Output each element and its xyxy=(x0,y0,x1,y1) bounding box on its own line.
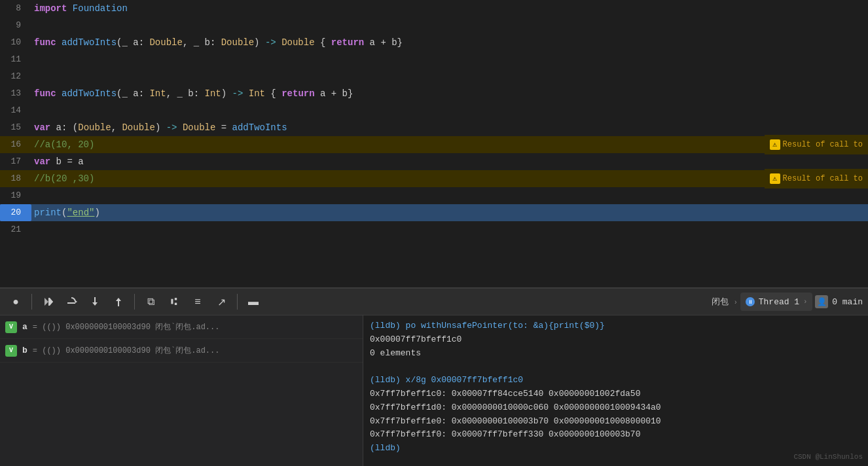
line-content: var a: (Double, Double) -> Double = addT… xyxy=(31,119,868,136)
console-line: (lldb) xyxy=(370,442,861,456)
code-line: 10func addTwoInts(_ a: Double, _ b: Doub… xyxy=(0,34,868,51)
console-command: (lldb) po withUnsafePointer(to: &a){prin… xyxy=(370,321,605,331)
thread-chevron: › xyxy=(803,298,807,306)
code-line: 17var b = a xyxy=(0,153,868,170)
queue-button[interactable]: ≡ xyxy=(187,291,208,312)
line-content: func addTwoInts(_ a: Int, _ b: Int) -> I… xyxy=(31,85,868,102)
console-command: (lldb) xyxy=(370,443,401,453)
line-number: 12 xyxy=(0,68,31,85)
console-output-text: 0x7ff7bfeff1f0: 0x00007ff7bfeff330 0x000… xyxy=(370,429,640,439)
thread-label: Thread 1 xyxy=(759,297,799,307)
variables-list: V a = (()) 0x0000000100003d90 闭包`闭包.ad..… xyxy=(0,315,363,363)
console-line: 0x7ff7bfeff1d0: 0x0000000010000c060 0x00… xyxy=(370,401,861,415)
var-badge: V xyxy=(5,321,17,333)
code-line: 12 xyxy=(0,68,868,85)
continue-button[interactable] xyxy=(37,291,58,312)
line-number: 14 xyxy=(0,102,31,119)
code-line: 20print("end") xyxy=(0,204,868,221)
console-line: 0x00007ff7bfeff1c0 xyxy=(370,333,861,347)
console-output-text: 0x7ff7bfeff1e0: 0x00000000100003b70 0x00… xyxy=(370,416,661,426)
thread-indicator[interactable]: ⏸ Thread 1 › xyxy=(740,293,812,311)
line-number: 10 xyxy=(0,34,31,51)
code-line: 21 xyxy=(0,221,868,238)
branch-button[interactable]: ⑆ xyxy=(164,291,185,312)
code-line: 8import Foundation xyxy=(0,0,868,17)
svg-marker-7 xyxy=(116,298,121,301)
svg-marker-2 xyxy=(75,300,77,303)
bottom-panel: V a = (()) 0x0000000100003d90 闭包`闭包.ad..… xyxy=(0,315,868,466)
line-number: 13 xyxy=(0,85,31,102)
line-number: 15 xyxy=(0,119,31,136)
console-output-text: 0x7ff7bfeff1c0: 0x00007ff84cce5140 0x000… xyxy=(370,389,640,399)
line-number: 18 xyxy=(0,170,31,187)
step-over-button[interactable] xyxy=(61,291,82,312)
package-label-text: 闭包 xyxy=(712,297,729,307)
console-command: (lldb) x/8g 0x00007ff7bfeff1c0 xyxy=(370,375,523,385)
console-panel[interactable]: (lldb) po withUnsafePointer(to: &a){prin… xyxy=(363,315,868,466)
code-line: 11 xyxy=(0,51,868,68)
console-line: (lldb) x/8g 0x00007ff7bfeff1c0 xyxy=(370,374,861,387)
console-line: 0 elements xyxy=(370,347,861,361)
warning-text: Result of call to xyxy=(783,136,863,153)
console-output-text: 0 elements xyxy=(370,348,421,358)
line-number: 17 xyxy=(0,153,31,170)
code-line: 14 xyxy=(0,102,868,119)
var-name: b xyxy=(22,346,27,355)
code-line: 18//b(20 ,30)⚠Result of call to xyxy=(0,170,868,187)
main-indicator[interactable]: 👤 0 main xyxy=(815,295,863,308)
simulate-button[interactable]: ↗ xyxy=(211,291,232,312)
step-into-button[interactable] xyxy=(84,291,105,312)
separator-3 xyxy=(237,294,238,310)
code-lines: 8import Foundation910func addTwoInts(_ a… xyxy=(0,0,868,238)
debug-toolbar: ● ⧉ ⑆ ≡ ↗ ▬ 闭包 › ⏸ Thread 1 › 👤 0 main xyxy=(0,288,868,315)
console-output-text: 0x00007ff7bfeff1c0 xyxy=(370,334,461,344)
line-number: 20 xyxy=(0,204,31,221)
svg-marker-1 xyxy=(50,298,53,306)
step-out-button[interactable] xyxy=(108,291,129,312)
console-line: (lldb) po withUnsafePointer(to: &a){prin… xyxy=(370,319,861,333)
var-badge: V xyxy=(5,345,17,357)
person-icon: 👤 xyxy=(815,295,828,308)
breakpoint-button[interactable]: ● xyxy=(5,291,26,312)
code-line: 19 xyxy=(0,187,868,204)
terminal-button[interactable]: ▬ xyxy=(243,291,264,312)
thread-dot-icon: ⏸ xyxy=(746,297,755,306)
console-output: (lldb) po withUnsafePointer(to: &a){prin… xyxy=(370,319,861,456)
separator-1 xyxy=(31,294,32,310)
watermark: CSDN @LinShunlos xyxy=(793,452,863,463)
console-line xyxy=(370,360,861,374)
warning-badge: ⚠Result of call to xyxy=(765,169,868,188)
line-content: //b(20 ,30) xyxy=(31,170,868,187)
warning-text: Result of call to xyxy=(783,170,863,187)
line-content: print("end") xyxy=(31,204,868,221)
line-content: func addTwoInts(_ a: Double, _ b: Double… xyxy=(31,34,868,51)
variable-item[interactable]: V a = (()) 0x0000000100003d90 闭包`闭包.ad..… xyxy=(0,315,363,339)
variables-panel: V a = (()) 0x0000000100003d90 闭包`闭包.ad..… xyxy=(0,315,363,466)
var-value: = (()) 0x0000000100003d90 闭包`闭包.ad... xyxy=(33,345,220,356)
line-number: 9 xyxy=(0,17,31,34)
line-number: 21 xyxy=(0,221,31,238)
code-line: 16//a(10, 20)⚠Result of call to xyxy=(0,136,868,153)
package-chevron: › xyxy=(734,299,738,306)
warning-icon: ⚠ xyxy=(770,139,780,150)
code-line: 15var a: (Double, Double) -> Double = ad… xyxy=(0,119,868,136)
console-line: 0x7ff7bfeff1e0: 0x00000000100003b70 0x00… xyxy=(370,415,861,429)
line-number: 11 xyxy=(0,51,31,68)
code-line: 9 xyxy=(0,17,868,34)
console-line: 0x7ff7bfeff1f0: 0x00007ff7bfeff330 0x000… xyxy=(370,428,861,442)
line-content: //a(10, 20) xyxy=(31,136,868,153)
frames-button[interactable]: ⧉ xyxy=(140,291,161,312)
line-content: var b = a xyxy=(31,153,868,170)
separator-2 xyxy=(134,294,135,310)
console-output-text: 0x7ff7bfeff1d0: 0x0000000010000c060 0x00… xyxy=(370,403,661,412)
package-label: 闭包 › xyxy=(712,296,738,308)
warning-icon: ⚠ xyxy=(770,173,780,184)
line-number: 8 xyxy=(0,0,31,17)
code-line: 13func addTwoInts(_ a: Int, _ b: Int) ->… xyxy=(0,85,868,102)
code-editor[interactable]: 8import Foundation910func addTwoInts(_ a… xyxy=(0,0,868,288)
console-line: 0x7ff7bfeff1c0: 0x00007ff84cce5140 0x000… xyxy=(370,387,861,401)
var-name: a xyxy=(22,322,27,332)
svg-rect-3 xyxy=(67,302,75,304)
line-number: 19 xyxy=(0,187,31,204)
variable-item[interactable]: V b = (()) 0x0000000100003d90 闭包`闭包.ad..… xyxy=(0,339,363,363)
